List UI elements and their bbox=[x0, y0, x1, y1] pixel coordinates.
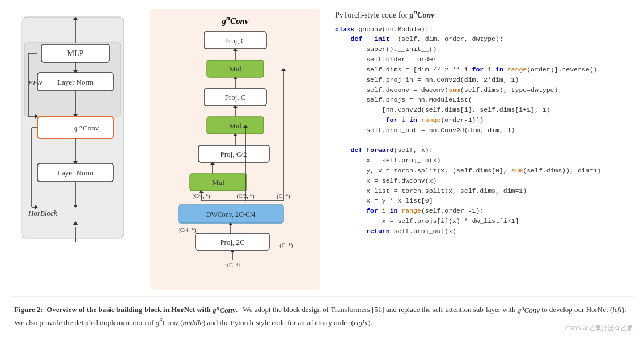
svg-text:DWConv, 2C-C/4: DWConv, 2C-C/4 bbox=[206, 210, 256, 218]
svg-text:MLP: MLP bbox=[67, 49, 83, 58]
middle-title: gnConv bbox=[156, 14, 315, 26]
svg-text:Proj, C: Proj, C bbox=[225, 93, 246, 102]
caption: Figure 2: Overview of the basic building… bbox=[11, 296, 633, 331]
svg-text:(C/4, *): (C/4, *) bbox=[178, 227, 196, 234]
svg-text:Layer Norm: Layer Norm bbox=[57, 78, 94, 86]
watermark: CSDN @芒果汁没有芒果 bbox=[565, 324, 633, 332]
figure-label: Figure 2: bbox=[14, 306, 43, 314]
svg-text:↑(C, *): ↑(C, *) bbox=[224, 262, 240, 267]
code-title: PyTorch-style code for gnConv bbox=[335, 9, 627, 20]
svg-text:Proj, C/2: Proj, C/2 bbox=[221, 150, 247, 158]
svg-text:Mul: Mul bbox=[212, 178, 224, 187]
svg-text:Conv: Conv bbox=[83, 124, 99, 132]
svg-text:Proj, C: Proj, C bbox=[225, 36, 246, 45]
svg-text:HorBlock: HorBlock bbox=[28, 209, 57, 217]
svg-text:Layer Norm: Layer Norm bbox=[57, 168, 94, 177]
middle-panel: gnConv Proj, C Mul bbox=[147, 6, 323, 293]
left-panel: MLP Layer Norm FFN bbox=[11, 6, 142, 293]
svg-text:Proj, 2C: Proj, 2C bbox=[220, 238, 244, 246]
right-panel: PyTorch-style code for gnConv class gnco… bbox=[329, 6, 633, 293]
svg-text:(C, *): (C, *) bbox=[279, 242, 293, 249]
svg-text:g: g bbox=[73, 124, 77, 132]
svg-text:Mul: Mul bbox=[229, 121, 242, 130]
svg-text:Mul: Mul bbox=[229, 65, 242, 73]
svg-text:FFN: FFN bbox=[28, 78, 43, 87]
svg-marker-65 bbox=[281, 68, 286, 71]
middle-diagram-svg: Proj, C Mul Proj, C bbox=[156, 29, 320, 267]
code-block: class gnconv(nn.Module): def __init__(se… bbox=[335, 24, 627, 237]
left-diagram-svg: MLP Layer Norm FFN bbox=[16, 11, 138, 250]
svg-text:n: n bbox=[79, 124, 82, 129]
caption-bold: Overview of the basic building block in … bbox=[46, 306, 238, 314]
